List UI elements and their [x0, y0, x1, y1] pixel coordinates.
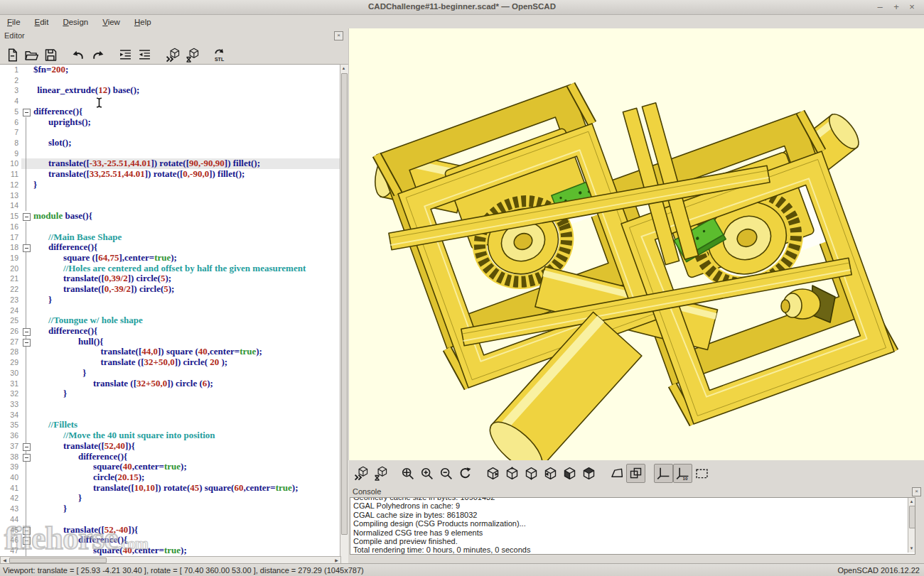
menu-item-edit[interactable]: Edit — [28, 16, 56, 28]
menu-item-view[interactable]: View — [95, 16, 127, 28]
undo-button[interactable] — [69, 45, 88, 65]
code-line[interactable]: 45translate([52,-40]){ — [0, 525, 340, 536]
fold-column[interactable] — [21, 242, 32, 253]
code-line[interactable]: 31translate ([32+50,0]) circle (6); — [0, 379, 340, 389]
code-line[interactable]: 44 — [0, 514, 340, 525]
code-line[interactable]: 27hull(){ — [0, 337, 340, 347]
code-line[interactable]: 22translate([0,-39/2]) circle(5); — [0, 284, 340, 295]
export-stl-button[interactable] — [210, 45, 229, 65]
zoom-all-button[interactable] — [398, 464, 417, 483]
code-line[interactable]: 18difference(){ — [0, 242, 340, 253]
code-line[interactable]: 9 — [0, 148, 340, 159]
code-line[interactable]: 14 — [0, 200, 340, 211]
view-bottom-button[interactable] — [522, 464, 541, 483]
view-back-button[interactable] — [579, 464, 598, 483]
code-line[interactable]: 32} — [0, 388, 340, 399]
code-line[interactable]: 20//Holes are centered and offset by hal… — [0, 263, 340, 274]
code-line[interactable]: 34 — [0, 410, 340, 420]
code-line[interactable]: 39square(40,center=true); — [0, 462, 340, 472]
zoom-in-button[interactable] — [417, 464, 436, 483]
fold-column[interactable] — [21, 452, 32, 462]
fold-column[interactable] — [21, 535, 32, 545]
code-line[interactable]: 10translate([-33,-25.51,44.01]) rotate([… — [0, 158, 340, 169]
fold-column[interactable] — [21, 211, 32, 222]
maximize-icon[interactable]: + — [889, 1, 903, 13]
minimize-icon[interactable]: – — [873, 1, 887, 13]
fold-column[interactable] — [21, 326, 32, 337]
show-axes-button[interactable] — [654, 464, 673, 483]
code-line[interactable]: 28translate([44,0]) square (40,center=tr… — [0, 347, 340, 357]
code-line[interactable]: 29translate ([32+50,0]) circle( 20 ); — [0, 357, 340, 368]
preview-button[interactable] — [163, 45, 182, 65]
view-all-button[interactable] — [692, 464, 711, 483]
editor-close-icon[interactable]: × — [334, 31, 343, 40]
new-file-button[interactable] — [3, 45, 22, 65]
render-button[interactable] — [182, 45, 201, 65]
code-line[interactable]: 35//Fillets — [0, 420, 340, 430]
code-line[interactable]: 12} — [0, 180, 340, 190]
code-line[interactable]: 21translate([0,39/2]) circle(5); — [0, 273, 340, 284]
close-icon[interactable]: × — [905, 1, 919, 13]
perspective-button[interactable] — [607, 464, 626, 483]
code-line[interactable]: 11translate([33,25.51,44.01]) rotate([0,… — [0, 169, 340, 180]
code-line[interactable]: 42} — [0, 493, 340, 504]
view-top-button[interactable] — [503, 464, 522, 483]
preview-button[interactable] — [351, 464, 370, 483]
menu-item-file[interactable]: File — [0, 16, 28, 28]
console-close-icon[interactable]: × — [912, 487, 921, 496]
code-line[interactable]: 46difference(){ — [0, 535, 340, 545]
code-line[interactable]: 25//Toungue w/ hole shape — [0, 315, 340, 326]
menu-item-design[interactable]: Design — [55, 16, 95, 28]
code-line[interactable]: 24 — [0, 305, 340, 316]
unindent-button[interactable] — [135, 45, 154, 65]
code-line[interactable]: 13 — [0, 190, 340, 201]
scroll-up-icon[interactable]: ▲ — [908, 499, 915, 505]
code-line[interactable]: 36//Move the 40 unit square into positio… — [0, 430, 340, 441]
render-button[interactable] — [370, 464, 390, 483]
console-scrollbar[interactable]: ▲ ▼ — [908, 498, 915, 553]
code-editor[interactable]: 1$fn=200;23linear_extrude(12) base();45d… — [0, 64, 340, 576]
view-right-button[interactable] — [483, 464, 503, 483]
fold-column[interactable] — [21, 337, 32, 347]
show-scale-markers-button[interactable] — [673, 464, 692, 483]
code-line[interactable]: 47square(40,center=true); — [0, 545, 340, 556]
scroll-up-icon[interactable]: ▲ — [340, 65, 347, 72]
save-button[interactable] — [41, 45, 60, 65]
code-line[interactable]: 23} — [0, 295, 340, 305]
indent-button[interactable] — [116, 45, 135, 65]
fold-column[interactable] — [21, 107, 32, 117]
code-line[interactable]: 40circle(20.15); — [0, 472, 340, 483]
code-line[interactable]: 4 — [0, 96, 340, 107]
title-bar[interactable]: CADChallenge#11-beginner.scad* — OpenSCA… — [0, 0, 924, 15]
reset-view-button[interactable] — [456, 464, 475, 483]
code-line[interactable]: 16 — [0, 222, 340, 232]
redo-button[interactable] — [88, 45, 107, 65]
open-button[interactable] — [22, 45, 41, 65]
code-line[interactable]: 3linear_extrude(12) base(); — [0, 85, 340, 96]
code-line[interactable]: 5difference(){ — [0, 107, 340, 117]
code-line[interactable]: 26difference(){ — [0, 326, 340, 337]
fold-column[interactable] — [21, 441, 32, 452]
code-line[interactable]: 1$fn=200; — [0, 65, 340, 75]
scroll-down-icon[interactable]: ▼ — [908, 545, 915, 552]
code-line[interactable]: 8slot(); — [0, 138, 340, 148]
view-left-button[interactable] — [541, 464, 560, 483]
orthogonal-button[interactable] — [626, 464, 645, 483]
zoom-out-button[interactable] — [436, 464, 456, 483]
code-line[interactable]: 6uprights(); — [0, 117, 340, 128]
code-line[interactable]: 38difference(){ — [0, 452, 340, 462]
code-line[interactable]: 15module base(){ — [0, 211, 340, 222]
code-line[interactable]: 43} — [0, 504, 340, 514]
view-front-button[interactable] — [560, 464, 579, 483]
code-line[interactable]: 17//Main Base Shape — [0, 232, 340, 243]
code-line[interactable]: 19square ([64,75],center=true); — [0, 253, 340, 263]
fold-column[interactable] — [21, 525, 32, 536]
code-line[interactable]: 2 — [0, 75, 340, 86]
code-line[interactable]: 7 — [0, 127, 340, 138]
menu-item-help[interactable]: Help — [127, 16, 159, 28]
code-line[interactable]: 37translate([52,40]){ — [0, 441, 340, 452]
code-line[interactable]: 33 — [0, 399, 340, 410]
code-line[interactable]: 41translate([10,10]) rotate(45) square(6… — [0, 483, 340, 494]
3d-viewport[interactable] — [348, 28, 924, 460]
code-line[interactable]: 30} — [0, 368, 340, 379]
